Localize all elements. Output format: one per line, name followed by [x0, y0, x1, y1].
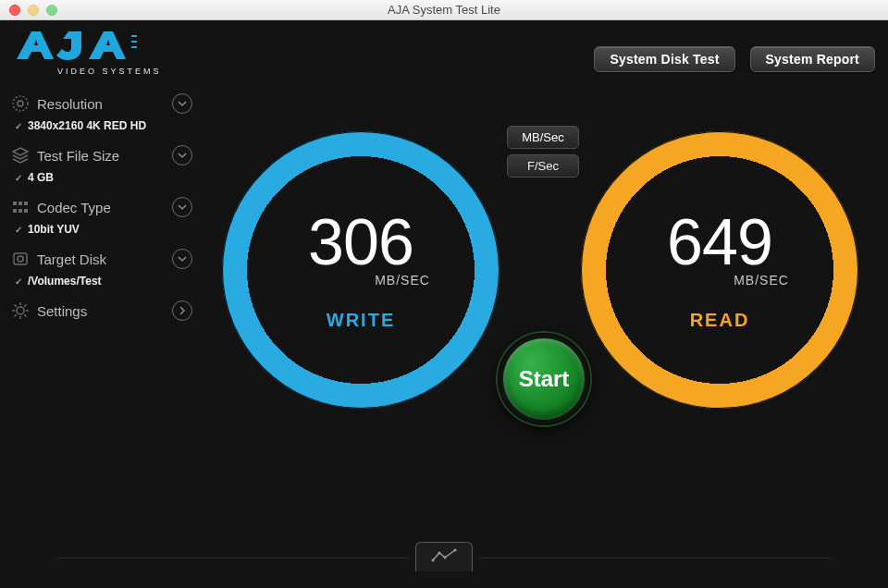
filesize-value-text: 4 GB: [28, 171, 54, 184]
zoom-window-button[interactable]: [46, 5, 57, 16]
resolution-value-text: 3840x2160 4K RED HD: [28, 119, 146, 132]
chart-toggle-button[interactable]: [415, 542, 473, 571]
disk-icon: [11, 250, 30, 268]
minimize-window-button[interactable]: [28, 5, 39, 16]
svg-rect-2: [131, 46, 137, 48]
sidebar-item-label: Settings: [37, 303, 87, 319]
gear-icon: [11, 301, 30, 320]
write-label: WRITE: [327, 310, 395, 331]
svg-point-12: [18, 256, 23, 262]
svg-point-4: [18, 101, 23, 106]
read-unit: MB/SEC: [734, 273, 789, 288]
window-titlebar: AJA System Test Lite: [0, 0, 888, 20]
svg-point-24: [444, 556, 447, 558]
sidebar-item-filesize[interactable]: Test File Size: [9, 141, 194, 167]
system-disk-test-button[interactable]: System Disk Test: [594, 46, 734, 72]
start-button[interactable]: Start: [498, 333, 590, 425]
sidebar-item-disk[interactable]: Target Disk: [9, 245, 194, 271]
codec-icon: [11, 198, 30, 216]
write-gauge: 306 MB/SEC WRITE: [222, 131, 500, 409]
resolution-icon: [11, 94, 30, 113]
sidebar-item-codec[interactable]: Codec Type: [9, 193, 194, 219]
brand-tagline: VIDEO SYSTEMS: [57, 67, 162, 76]
svg-line-21: [24, 305, 26, 307]
sidebar-item-settings[interactable]: Settings: [9, 297, 194, 323]
unit-toggle: MB/Sec F/Sec: [507, 126, 579, 178]
chevron-down-icon: [172, 145, 192, 165]
window-title: AJA System Test Lite: [0, 3, 888, 17]
read-gauge: 649 MB/SEC READ: [581, 131, 858, 409]
system-report-button[interactable]: System Report: [750, 46, 875, 72]
svg-line-19: [24, 314, 26, 316]
read-label: READ: [690, 310, 750, 331]
check-icon: ✓: [15, 276, 22, 287]
filesize-value: ✓ 4 GB: [9, 167, 194, 193]
chevron-down-icon: [172, 249, 192, 269]
check-icon: ✓: [15, 121, 22, 131]
sidebar-item-label: Resolution: [37, 96, 103, 112]
sidebar-item-label: Target Disk: [37, 251, 106, 267]
read-value: 649: [667, 210, 772, 275]
sidebar-item-resolution[interactable]: Resolution: [9, 90, 194, 116]
svg-point-25: [454, 548, 457, 551]
disk-value: ✓ /Volumes/Test: [9, 271, 194, 297]
svg-point-23: [438, 551, 441, 554]
start-button-label: Start: [503, 338, 585, 420]
resolution-value: ✓ 3840x2160 4K RED HD: [9, 116, 194, 141]
chevron-down-icon: [172, 197, 192, 217]
svg-rect-0: [131, 35, 137, 37]
svg-rect-11: [14, 253, 27, 264]
svg-rect-1: [131, 41, 137, 43]
layers-icon: [11, 146, 30, 165]
svg-rect-8: [13, 209, 17, 213]
svg-point-3: [13, 96, 28, 111]
chevron-down-icon: [172, 93, 192, 114]
svg-rect-7: [24, 202, 28, 205]
svg-point-13: [17, 307, 24, 314]
svg-rect-10: [24, 209, 28, 213]
unit-mb-button[interactable]: MB/Sec: [507, 126, 579, 149]
svg-rect-6: [18, 202, 22, 205]
svg-point-22: [432, 558, 435, 561]
header-buttons: System Disk Test System Report: [594, 46, 875, 72]
check-icon: ✓: [15, 173, 22, 183]
app-root: VIDEO SYSTEMS System Disk Test System Re…: [0, 20, 888, 588]
sidebar-item-label: Codec Type: [37, 200, 111, 215]
chevron-right-icon: [172, 300, 192, 321]
svg-line-20: [15, 314, 17, 316]
write-value: 306: [308, 210, 413, 275]
unit-frames-button[interactable]: F/Sec: [507, 154, 579, 178]
disk-value-text: /Volumes/Test: [28, 275, 102, 288]
sidebar: Resolution ✓ 3840x2160 4K RED HD Test Fi…: [9, 90, 194, 323]
svg-rect-9: [18, 209, 22, 213]
brand-logo: VIDEO SYSTEMS: [13, 30, 179, 85]
sidebar-item-label: Test File Size: [37, 148, 119, 164]
close-window-button[interactable]: [9, 5, 20, 16]
chart-icon: [431, 547, 457, 568]
codec-value-text: 10bit YUV: [28, 223, 80, 236]
traffic-lights: [9, 5, 57, 16]
write-unit: MB/SEC: [375, 273, 430, 288]
svg-line-18: [15, 305, 17, 307]
codec-value: ✓ 10bit YUV: [9, 219, 194, 245]
check-icon: ✓: [15, 225, 22, 235]
svg-rect-5: [13, 202, 17, 205]
